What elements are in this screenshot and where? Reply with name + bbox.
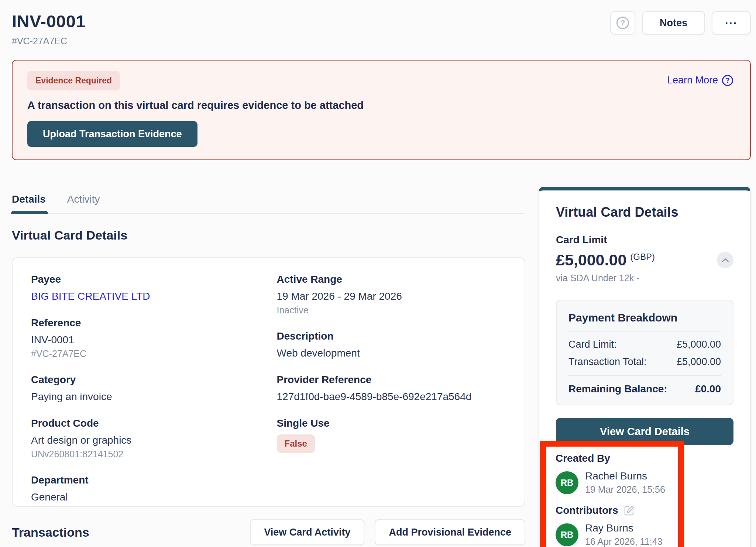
content-row: Details Activity Virtual Card Details Pa… xyxy=(12,181,751,547)
tab-activity[interactable]: Activity xyxy=(67,193,100,213)
field-label: Product Code xyxy=(31,417,261,429)
currency-code: (GBP) xyxy=(630,252,655,262)
field-label: Department xyxy=(31,474,261,486)
breakdown-label: Transaction Total: xyxy=(568,356,647,368)
person-timestamp: 16 Apr 2026, 11:43 xyxy=(585,536,662,547)
field-product-code: Product Code Art design or graphics UNv2… xyxy=(31,417,261,460)
page-header: INV-0001 #VC-27A7EC ? Notes ... xyxy=(12,9,751,47)
field-value: Web development xyxy=(277,347,506,359)
help-circle-icon: ? xyxy=(722,75,733,86)
evidence-alert-banner: Evidence Required A transaction on this … xyxy=(12,60,751,160)
collapse-panel-button[interactable] xyxy=(717,252,733,268)
created-by-person: RB Rachel Burns 19 Mar 2026, 15:56 xyxy=(556,470,671,495)
breakdown-row-card-limit: Card Limit: £5,000.00 xyxy=(568,339,721,350)
field-category: Category Paying an invoice xyxy=(31,374,261,403)
help-button[interactable]: ? xyxy=(610,11,635,35)
field-value: General xyxy=(31,491,261,503)
card-reference-id: #VC-27A7EC xyxy=(12,36,86,47)
card-limit-row: £5,000.00 (GBP) xyxy=(556,251,733,269)
divider xyxy=(568,331,721,332)
field-label: Single Use xyxy=(277,417,506,429)
tab-bar: Details Activity xyxy=(12,181,525,214)
more-options-button[interactable]: ... xyxy=(712,11,751,35)
evidence-required-badge: Evidence Required xyxy=(27,71,120,90)
budget-source-note: via SDA Under 12k - xyxy=(556,273,733,283)
sidebar-column: Virtual Card Details Card Limit £5,000.0… xyxy=(539,181,751,547)
card-limit-amount: £5,000.00 xyxy=(556,251,626,269)
field-label: Category xyxy=(31,374,261,386)
details-section-heading: Virtual Card Details xyxy=(12,228,525,242)
title-block: INV-0001 #VC-27A7EC xyxy=(12,9,86,47)
contributors-heading-row: Contributors xyxy=(556,505,671,516)
field-label: Provider Reference xyxy=(277,374,506,386)
main-column: Details Activity Virtual Card Details Pa… xyxy=(12,181,525,547)
page: INV-0001 #VC-27A7EC ? Notes ... Evidence… xyxy=(0,0,756,547)
field-description: Description Web development xyxy=(277,330,506,359)
divider xyxy=(568,375,721,376)
add-provisional-evidence-button[interactable]: Add Provisional Evidence xyxy=(375,519,525,545)
breakdown-row-transaction-total: Transaction Total: £5,000.00 xyxy=(568,356,721,368)
virtual-card-summary-panel: Virtual Card Details Card Limit £5,000.0… xyxy=(539,187,751,547)
learn-more-label: Learn More xyxy=(667,75,718,86)
created-by-heading: Created By xyxy=(556,453,671,464)
field-payee: Payee BIG BITE CREATIVE LTD xyxy=(31,274,261,302)
field-subvalue: UNv260801:82141502 xyxy=(31,449,261,460)
help-icon: ? xyxy=(616,17,629,29)
person-details: Rachel Burns 19 Mar 2026, 15:56 xyxy=(585,470,665,495)
ellipsis-icon: ... xyxy=(725,14,738,27)
breakdown-total-value: £0.00 xyxy=(695,383,721,395)
field-subvalue: #VC-27A7EC xyxy=(31,348,261,359)
field-department: Department General xyxy=(31,474,261,503)
page-title: INV-0001 xyxy=(12,11,86,31)
field-value: 19 Mar 2026 - 29 Mar 2026 xyxy=(277,290,506,302)
breakdown-value: £5,000.00 xyxy=(677,339,721,350)
details-left-column: Payee BIG BITE CREATIVE LTD Reference IN… xyxy=(31,274,261,518)
card-limit-label: Card Limit xyxy=(556,234,733,246)
chevron-up-icon xyxy=(722,258,729,262)
transactions-heading: Transactions xyxy=(12,525,250,540)
learn-more-link[interactable]: Learn More ? xyxy=(667,75,733,86)
field-single-use: Single Use False xyxy=(277,417,506,453)
edit-pencil-icon xyxy=(623,505,635,516)
transactions-header-row: Transactions View Card Activity Add Prov… xyxy=(12,519,525,545)
payee-link[interactable]: BIG BITE CREATIVE LTD xyxy=(31,290,261,302)
payment-breakdown-title: Payment Breakdown xyxy=(568,312,721,324)
single-use-badge: False xyxy=(277,434,315,453)
contributors-heading: Contributors xyxy=(556,505,618,516)
breakdown-value: £5,000.00 xyxy=(677,356,721,368)
field-label: Payee xyxy=(31,274,261,285)
tab-details[interactable]: Details xyxy=(12,193,46,213)
avatar: RB xyxy=(556,471,578,494)
details-right-column: Active Range 19 Mar 2026 - 29 Mar 2026 I… xyxy=(277,274,506,518)
view-card-activity-button[interactable]: View Card Activity xyxy=(250,519,364,545)
field-value: 127d1f0d-bae9-4589-b85e-692e217a564d xyxy=(277,391,506,403)
field-value: Art design or graphics xyxy=(31,434,261,446)
field-label: Reference xyxy=(31,317,261,329)
annotation-highlight-box: Created By RB Rachel Burns 19 Mar 2026, … xyxy=(540,441,684,547)
virtual-card-details-card: Payee BIG BITE CREATIVE LTD Reference IN… xyxy=(12,257,525,507)
avatar: RB xyxy=(556,523,578,546)
payment-breakdown-box: Payment Breakdown Card Limit: £5,000.00 … xyxy=(556,300,733,405)
header-actions: ? Notes ... xyxy=(610,11,751,35)
upload-evidence-button[interactable]: Upload Transaction Evidence xyxy=(27,121,197,147)
breakdown-row-remaining-balance: Remaining Balance: £0.00 xyxy=(568,383,721,395)
field-label: Description xyxy=(277,330,506,342)
sidebar-heading: Virtual Card Details xyxy=(556,204,733,220)
breakdown-total-label: Remaining Balance: xyxy=(568,383,667,395)
field-reference: Reference INV-0001 #VC-27A7EC xyxy=(31,317,261,359)
field-active-range: Active Range 19 Mar 2026 - 29 Mar 2026 I… xyxy=(277,274,506,316)
person-name: Rachel Burns xyxy=(585,470,665,482)
field-subvalue: Inactive xyxy=(277,305,506,316)
person-timestamp: 19 Mar 2026, 15:56 xyxy=(585,484,665,495)
field-provider-reference: Provider Reference 127d1f0d-bae9-4589-b8… xyxy=(277,374,506,403)
field-value: Paying an invoice xyxy=(31,391,261,403)
field-label: Active Range xyxy=(277,274,506,285)
notes-button[interactable]: Notes xyxy=(642,11,705,35)
contributor-person: RB Ray Burns 16 Apr 2026, 11:43 xyxy=(556,522,671,547)
field-value: INV-0001 xyxy=(31,334,261,346)
breakdown-label: Card Limit: xyxy=(568,339,617,350)
person-details: Ray Burns 16 Apr 2026, 11:43 xyxy=(585,522,662,547)
edit-contributors-button[interactable] xyxy=(623,505,635,516)
person-name: Ray Burns xyxy=(585,522,662,534)
alert-message: A transaction on this virtual card requi… xyxy=(27,99,735,111)
